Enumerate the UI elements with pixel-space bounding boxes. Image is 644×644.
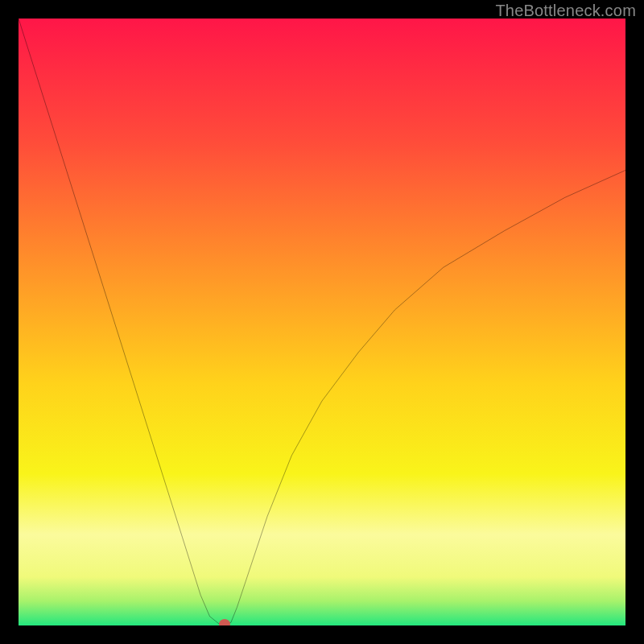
bottleneck-curve — [19, 19, 625, 625]
chart-frame: TheBottleneck.com — [0, 0, 644, 644]
watermark: TheBottleneck.com — [495, 2, 636, 20]
plot-area — [19, 19, 625, 625]
